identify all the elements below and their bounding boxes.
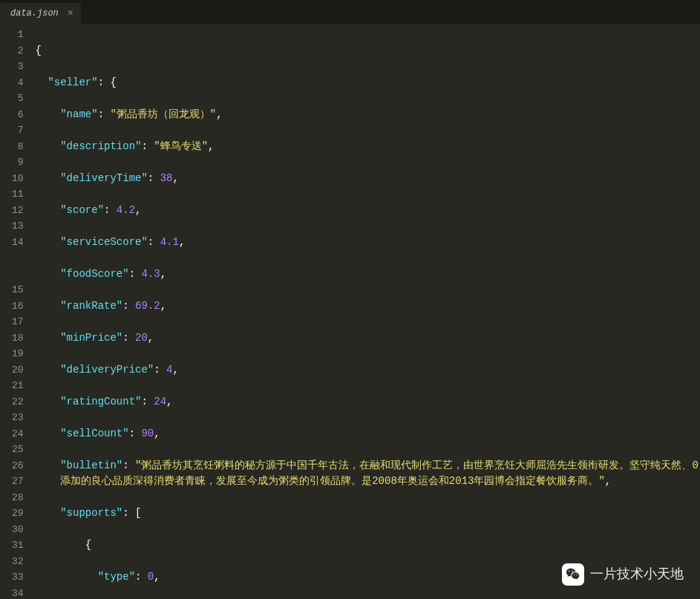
ln: 4 (12, 75, 24, 91)
ln: 12 (12, 203, 24, 219)
ln: 15 (12, 282, 24, 298)
tab-data-json[interactable]: data.json × (0, 3, 81, 24)
ln: 27 (12, 474, 24, 490)
code-content[interactable]: { "seller": { "name": "粥品香坊（回龙观）", "desc… (31, 24, 700, 599)
ln: 22 (12, 394, 24, 410)
ln: 18 (12, 330, 24, 347)
ln: 6 (12, 107, 24, 123)
ln: 33 (12, 569, 24, 586)
ln: 19 (12, 346, 24, 362)
ln: 8 (12, 139, 24, 155)
ln: 23 (12, 410, 24, 426)
ln: 29 (12, 505, 24, 522)
ln: 14 (12, 235, 24, 283)
code-area[interactable]: 1 2 3 4 5 6 7 8 9 10 11 12 13 14 15 16 1… (0, 24, 700, 599)
line-number-gutter: 1 2 3 4 5 6 7 8 9 10 11 12 13 14 15 16 1… (0, 24, 31, 599)
ln: 1 (12, 27, 24, 43)
ln: 34 (12, 586, 24, 600)
ln: 31 (12, 537, 24, 554)
ln: 24 (12, 426, 24, 442)
tab-label: data.json (10, 8, 59, 19)
ln: 3 (12, 59, 24, 75)
ln: 21 (12, 378, 24, 394)
ln: 17 (12, 314, 24, 330)
ln: 11 (12, 186, 24, 203)
ln: 5 (12, 91, 24, 107)
ln: 10 (12, 171, 24, 187)
ln: 25 (12, 442, 24, 458)
ln: 2 (12, 43, 24, 59)
ln: 32 (12, 554, 24, 570)
ln: 7 (12, 122, 24, 139)
tab-bar: data.json × (0, 0, 700, 24)
wechat-icon (562, 563, 584, 586)
ln: 13 (12, 218, 24, 235)
watermark-text: 一片技术小天地 (590, 566, 684, 583)
ln: 9 (12, 154, 24, 171)
editor-container: data.json × 1 2 3 4 5 6 7 8 9 10 11 12 1… (0, 0, 700, 599)
ln: 30 (12, 522, 24, 538)
ln: 26 (12, 458, 24, 474)
close-icon[interactable]: × (67, 7, 73, 19)
watermark: 一片技术小天地 (562, 563, 684, 586)
ln: 20 (12, 362, 24, 379)
ln: 16 (12, 298, 24, 315)
ln: 28 (12, 490, 24, 506)
